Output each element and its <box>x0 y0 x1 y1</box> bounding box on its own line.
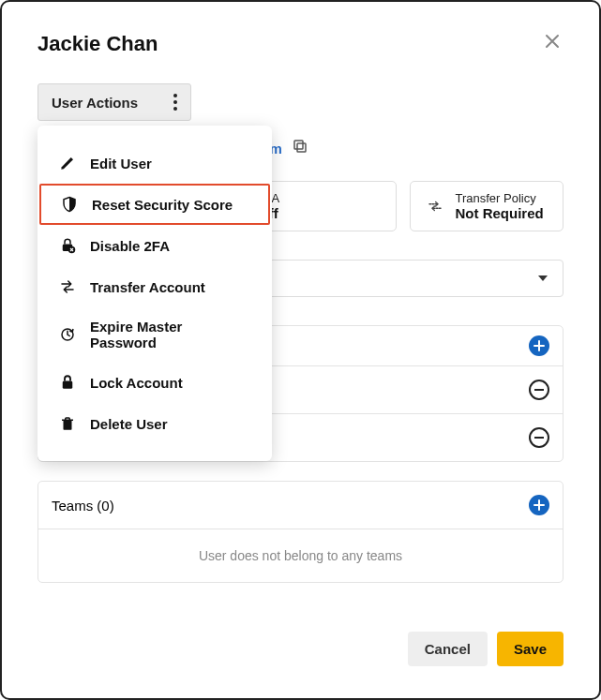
menu-item-edit-user[interactable]: Edit User <box>38 142 272 184</box>
transfer-policy-value: Not Required <box>456 205 544 221</box>
remove-role-button[interactable] <box>529 427 549 448</box>
transfer-icon <box>426 197 444 216</box>
chevron-down-icon <box>538 276 548 281</box>
teams-section: Teams (0) User does not belong to any te… <box>38 481 563 583</box>
pencil-icon <box>58 154 77 172</box>
user-actions-label: User Actions <box>52 95 138 111</box>
lock-icon <box>58 373 77 392</box>
menu-item-label: Delete User <box>90 416 168 432</box>
add-team-button[interactable] <box>529 495 549 515</box>
lock-x-icon <box>58 236 77 255</box>
remove-role-button[interactable] <box>529 380 549 400</box>
transfer-policy-card: Transfer Policy Not Required <box>410 181 564 231</box>
copy-button[interactable] <box>292 138 308 158</box>
user-actions-menu: Edit User Reset Security Score Disable 2… <box>38 126 272 461</box>
minus-icon <box>534 389 544 391</box>
page-title: Jackie Chan <box>38 32 158 56</box>
svg-rect-1 <box>294 141 303 149</box>
menu-item-transfer-account[interactable]: Transfer Account <box>38 266 272 307</box>
more-vertical-icon <box>173 94 177 111</box>
save-button[interactable]: Save <box>497 632 563 666</box>
menu-item-disable-2fa[interactable]: Disable 2FA <box>38 225 272 266</box>
transfer-arrows-icon <box>58 277 77 296</box>
refresh-clock-icon <box>58 325 77 344</box>
teams-empty-message: User does not belong to any teams <box>38 529 563 582</box>
copy-icon <box>292 138 308 155</box>
menu-item-label: Edit User <box>90 156 152 171</box>
close-button[interactable] <box>541 30 563 57</box>
modal-backdrop: Jackie Chan User Actions com <box>0 0 601 700</box>
add-role-button[interactable] <box>529 335 549 356</box>
close-icon <box>545 34 560 49</box>
svg-rect-6 <box>64 420 72 430</box>
shield-icon <box>60 195 79 214</box>
modal-header: Jackie Chan <box>38 30 563 57</box>
cancel-button[interactable]: Cancel <box>408 632 488 666</box>
minus-icon <box>534 437 544 439</box>
menu-item-label: Lock Account <box>90 375 183 391</box>
trash-icon <box>58 414 77 433</box>
menu-item-label: Disable 2FA <box>90 238 170 254</box>
svg-rect-0 <box>297 143 306 152</box>
transfer-policy-label: Transfer Policy <box>456 191 544 205</box>
menu-item-reset-security-score[interactable]: Reset Security Score <box>39 184 270 225</box>
menu-item-lock-account[interactable]: Lock Account <box>38 362 272 403</box>
plus-icon <box>533 340 545 351</box>
user-actions-button[interactable]: User Actions <box>38 83 191 121</box>
user-detail-modal: Jackie Chan User Actions com <box>11 11 590 689</box>
modal-footer: Cancel Save <box>38 615 563 666</box>
teams-header: Teams (0) <box>38 482 563 529</box>
menu-item-expire-master-password[interactable]: Expire Master Password <box>38 307 272 362</box>
svg-rect-5 <box>63 381 73 389</box>
menu-item-delete-user[interactable]: Delete User <box>38 403 272 444</box>
menu-item-label: Transfer Account <box>90 279 205 295</box>
plus-icon <box>533 499 545 511</box>
teams-header-label: Teams (0) <box>52 498 114 514</box>
menu-item-label: Reset Security Score <box>92 197 233 213</box>
menu-item-label: Expire Master Password <box>90 319 251 350</box>
